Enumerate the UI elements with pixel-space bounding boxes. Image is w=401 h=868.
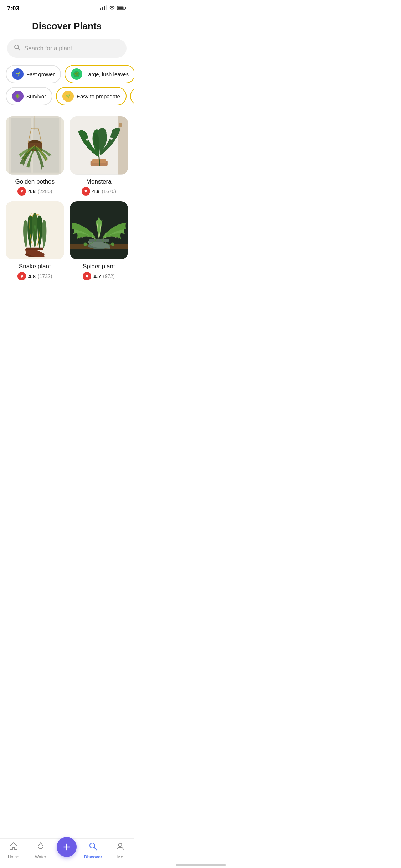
rating-score-snake-plant: 4.8 xyxy=(28,273,36,279)
search-bar[interactable]: Search for a plant xyxy=(7,39,127,58)
rating-count-spider-plant: (972) xyxy=(103,273,115,279)
wifi-icon xyxy=(109,5,115,12)
heart-icon-golden-pothos: ♥ xyxy=(17,187,26,196)
filter-easy-propagate[interactable]: 🌱 Easy to propagate xyxy=(56,87,127,105)
rating-score-spider-plant: 4.7 xyxy=(93,273,101,279)
svg-line-41 xyxy=(99,156,99,166)
filter-large-lush[interactable]: 🌿 Large, lush leaves xyxy=(65,65,134,83)
survivor-label: Survivor xyxy=(26,93,46,99)
svg-text:🌱: 🌱 xyxy=(15,72,20,77)
large-lush-label: Large, lush leaves xyxy=(85,71,129,77)
fast-grower-label: Fast grower xyxy=(26,71,55,77)
plant-image-monstera xyxy=(70,116,128,175)
plants-grid: Golden pothos ♥ 4.8 (2280) xyxy=(0,113,134,316)
large-lush-icon: 🌿 xyxy=(71,68,82,80)
easy-propagate-label: Easy to propagate xyxy=(77,93,120,99)
filter-row-2: 🌵 Survivor 🌱 Easy to propagate 🌸 xyxy=(6,87,128,105)
plant-image-snake-plant xyxy=(6,201,64,260)
plant-name-monstera: Monstera xyxy=(86,178,112,185)
easy-propagate-icon: 🌱 xyxy=(62,91,74,102)
svg-rect-0 xyxy=(100,8,101,10)
plant-image-spider-plant xyxy=(70,201,128,260)
search-input-placeholder: Search for a plant xyxy=(24,45,72,52)
plant-name-golden-pothos: Golden pothos xyxy=(15,178,55,185)
plant-rating-golden-pothos: ♥ 4.8 (2280) xyxy=(17,187,52,196)
rating-count-monstera: (1670) xyxy=(102,188,116,194)
plant-rating-spider-plant: ♥ 4.7 (972) xyxy=(83,272,115,280)
heart-icon-monstera: ♥ xyxy=(82,187,90,196)
plant-card-spider-plant[interactable]: Spider plant ♥ 4.7 (972) xyxy=(70,201,128,281)
plant-card-snake-plant[interactable]: Snake plant ♥ 4.8 (1732) xyxy=(6,201,64,281)
rating-count-golden-pothos: (2280) xyxy=(38,188,52,194)
svg-text:🌱: 🌱 xyxy=(66,94,71,99)
survivor-icon: 🌵 xyxy=(12,91,24,102)
svg-rect-1 xyxy=(102,7,103,10)
filter-fast-grower[interactable]: 🌱 Fast grower xyxy=(6,65,61,83)
battery-icon xyxy=(117,5,127,12)
heart-icon-spider-plant: ♥ xyxy=(83,272,91,280)
filter-survivor[interactable]: 🌵 Survivor xyxy=(6,87,52,105)
svg-rect-6 xyxy=(125,7,127,9)
svg-text:🌵: 🌵 xyxy=(15,94,20,99)
svg-point-51 xyxy=(111,242,114,246)
status-time: 7:03 xyxy=(7,5,19,12)
rating-score-golden-pothos: 4.8 xyxy=(28,188,36,194)
rating-score-monstera: 4.8 xyxy=(92,188,100,194)
svg-text:🌿: 🌿 xyxy=(74,72,79,77)
svg-rect-7 xyxy=(118,7,124,9)
plant-rating-snake-plant: ♥ 4.8 (1732) xyxy=(17,272,52,280)
rating-count-snake-plant: (1732) xyxy=(38,273,52,279)
plant-card-monstera[interactable]: Monstera ♥ 4.8 (1670) xyxy=(70,116,128,196)
filter-section: 🌱 Fast grower 🌿 Large, lush leaves 🐾 xyxy=(0,63,134,113)
heart-icon-snake-plant: ♥ xyxy=(17,272,26,280)
filter-blooms[interactable]: 🌸 xyxy=(130,87,134,105)
signal-icon xyxy=(100,5,107,12)
page-title: Discover Plants xyxy=(7,21,127,32)
svg-rect-34 xyxy=(119,123,122,127)
plant-image-golden-pothos xyxy=(6,116,64,175)
plant-rating-monstera: ♥ 4.8 (1670) xyxy=(82,187,116,196)
search-icon xyxy=(14,44,21,53)
search-container: Search for a plant xyxy=(0,36,134,63)
status-icons xyxy=(100,5,127,12)
fast-grower-icon: 🌱 xyxy=(12,68,24,80)
svg-point-50 xyxy=(83,242,87,246)
filter-row-1: 🌱 Fast grower 🌿 Large, lush leaves 🐾 xyxy=(6,65,128,83)
svg-point-4 xyxy=(112,9,113,10)
page-header: Discover Plants xyxy=(0,15,134,36)
plant-name-snake-plant: Snake plant xyxy=(19,263,51,270)
plant-name-spider-plant: Spider plant xyxy=(83,263,115,270)
svg-rect-3 xyxy=(106,5,107,10)
svg-line-9 xyxy=(18,48,20,50)
status-bar: 7:03 xyxy=(0,0,134,15)
svg-rect-2 xyxy=(104,6,105,10)
plant-card-golden-pothos[interactable]: Golden pothos ♥ 4.8 (2280) xyxy=(6,116,64,196)
